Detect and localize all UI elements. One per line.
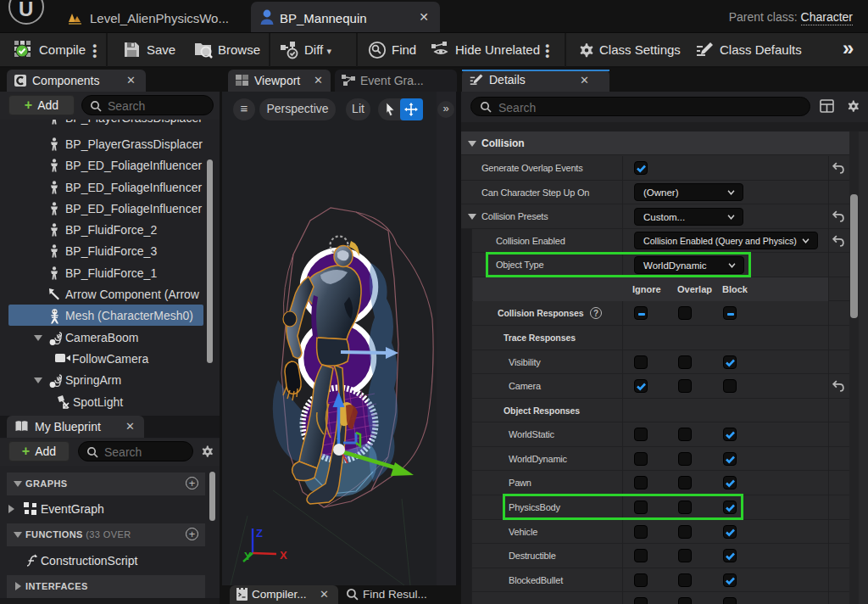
- svg-text:X: X: [280, 549, 287, 562]
- svg-text:Y: Y: [244, 550, 252, 562]
- svg-text:Z: Z: [256, 527, 263, 540]
